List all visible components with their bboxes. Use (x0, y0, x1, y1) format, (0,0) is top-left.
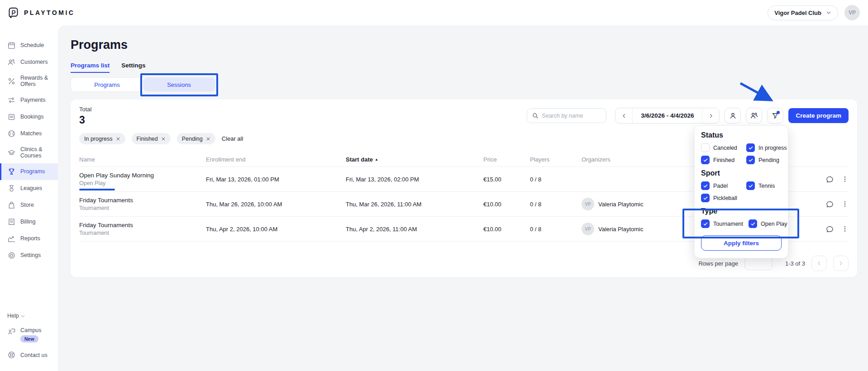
sidebar-item-label: Reports (20, 235, 40, 242)
filter-option-padel[interactable]: Padel (701, 181, 746, 190)
column-header-start-date[interactable]: Start date▲ (346, 156, 483, 163)
checkbox-tournament[interactable] (701, 219, 710, 228)
chip-in-progress[interactable]: In progress (79, 133, 125, 144)
kebab-menu-icon[interactable] (841, 200, 849, 208)
column-header-enrollment-end[interactable]: Enrollment end (206, 156, 346, 163)
date-range-navigator: 3/6/2026 - 4/4/2026 (615, 108, 720, 124)
checkbox-pending[interactable] (746, 156, 755, 164)
checkbox-open-play[interactable] (749, 219, 757, 228)
filters-panel: Status Canceled In progress Finished Pen… (694, 125, 788, 258)
filter-section-sport-title: Sport (701, 169, 782, 177)
close-icon[interactable] (206, 137, 210, 141)
pagination-prev-button[interactable] (811, 256, 827, 271)
filter-option-tennis[interactable]: Tennis (746, 181, 782, 190)
total-value: 3 (79, 114, 91, 126)
sidebar-item-leagues[interactable]: Leagues (0, 180, 58, 197)
prev-date-button[interactable] (615, 108, 633, 123)
filter-option-pickleball[interactable]: Pickleball (701, 194, 746, 202)
chip-label: Pending (182, 136, 203, 142)
enrollment-end-value: Thu, Mar 26, 2026, 10:00 AM (206, 201, 346, 208)
pagination-range: 1-3 of 3 (785, 260, 805, 267)
checkbox-finished[interactable] (701, 156, 710, 164)
apply-filters-button[interactable]: Apply filters (701, 235, 782, 251)
checkbox-pickleball[interactable] (701, 194, 710, 202)
sidebar-item-billing[interactable]: Billing (0, 214, 58, 230)
sidebar-item-label: Billing (20, 219, 35, 225)
date-range-value[interactable]: 3/6/2026 - 4/4/2026 (633, 112, 702, 119)
tab-settings[interactable]: Settings (121, 62, 145, 73)
pagination-next-button[interactable] (833, 256, 849, 271)
brand-name: PLAYTOMIC (24, 9, 75, 16)
help-menu[interactable]: Help (7, 313, 58, 319)
chip-label: In progress (84, 136, 113, 142)
chip-label: Finished (137, 136, 158, 142)
chat-icon[interactable] (825, 200, 834, 209)
sidebar-item-label: Customers (20, 59, 48, 65)
clear-all-link[interactable]: Clear all (222, 135, 243, 142)
coach-filter-button[interactable] (725, 108, 741, 124)
sidebar-item-payments[interactable]: Payments (0, 92, 58, 109)
sidebar-item-store[interactable]: Store (0, 197, 58, 214)
user-avatar[interactable]: VP (844, 5, 860, 20)
toggle-programs-button[interactable]: Programs (71, 78, 143, 91)
column-header-players[interactable]: Players (530, 156, 582, 163)
kebab-menu-icon[interactable] (841, 176, 849, 183)
toggle-sessions-button[interactable]: Sessions (143, 78, 215, 91)
sidebar-item-schedule[interactable]: Schedule (0, 37, 58, 54)
filter-section-status-title: Status (701, 131, 782, 139)
trophy-icon (7, 167, 16, 176)
chevron-down-icon (826, 10, 831, 15)
sidebar-item-customers[interactable]: Customers (0, 54, 58, 71)
sidebar-item-campus[interactable]: Campus New (7, 327, 58, 342)
checkbox-tennis[interactable] (746, 181, 755, 190)
enrollment-end-value: Fri, Mar 13, 2026, 01:00 PM (206, 176, 346, 183)
filter-option-canceled[interactable]: Canceled (701, 143, 746, 152)
checkbox-padel[interactable] (701, 181, 710, 190)
sidebar-item-clinics-courses[interactable]: Clinics & Courses (0, 142, 58, 163)
close-icon[interactable] (161, 137, 166, 141)
sidebar-item-rewards-offers[interactable]: Rewards & Offers (0, 71, 58, 92)
filter-option-open-play[interactable]: Open Play (749, 219, 787, 228)
sidebar-item-bookings[interactable]: Bookings (0, 109, 58, 125)
search-input[interactable] (542, 113, 601, 119)
column-header-name[interactable]: Name (79, 156, 206, 163)
start-date-value: Fri, Mar 13, 2026, 02:00 PM (346, 176, 483, 183)
program-name[interactable]: Friday Tournaments (79, 222, 206, 228)
chip-finished[interactable]: Finished (132, 133, 171, 144)
playtomic-logo-icon (7, 7, 19, 19)
program-name[interactable]: Friday Tournaments (79, 197, 206, 204)
filter-option-in-progress[interactable]: In progress (746, 143, 787, 152)
enrollment-end-value: Thu, Apr 2, 2026, 10:00 AM (206, 226, 346, 233)
filters-button[interactable] (767, 108, 783, 124)
players-filter-button[interactable] (746, 108, 762, 124)
close-icon[interactable] (116, 137, 120, 141)
checkbox-canceled[interactable] (701, 143, 710, 152)
filter-option-pending[interactable]: Pending (746, 156, 787, 164)
page-tabs: Programs list Settings (71, 62, 857, 73)
sidebar-item-settings[interactable]: Settings (0, 247, 58, 264)
graduation-cap-icon (7, 148, 16, 157)
organizer-avatar: VP (582, 198, 594, 210)
club-selector-dropdown[interactable]: Vigor Padel Club (768, 5, 838, 20)
chip-pending[interactable]: Pending (177, 133, 215, 144)
sidebar-item-label: Matches (20, 130, 42, 137)
new-badge: New (20, 335, 38, 342)
sidebar-item-programs[interactable]: Programs (0, 163, 58, 180)
filter-option-tournament[interactable]: Tournament (701, 219, 743, 228)
chat-icon[interactable] (825, 175, 834, 184)
sidebar-item-matches[interactable]: Matches (0, 125, 58, 142)
people-icon (750, 111, 758, 120)
checkbox-in-progress[interactable] (746, 143, 755, 152)
next-date-button[interactable] (702, 108, 719, 123)
chat-icon[interactable] (825, 225, 834, 233)
organizer-name: Valeria Playtomic (598, 226, 643, 233)
rows-per-page-select[interactable] (744, 257, 773, 270)
kebab-menu-icon[interactable] (841, 225, 849, 233)
create-program-button[interactable]: Create program (788, 108, 849, 123)
sidebar-item-contact-us[interactable]: Contact us (7, 351, 58, 359)
sidebar-item-reports[interactable]: Reports (0, 230, 58, 247)
filter-option-finished[interactable]: Finished (701, 156, 746, 164)
column-header-price[interactable]: Price (483, 156, 530, 163)
tab-programs-list[interactable]: Programs list (71, 62, 110, 73)
program-name[interactable]: Open Play Sunday Morning (79, 172, 206, 179)
